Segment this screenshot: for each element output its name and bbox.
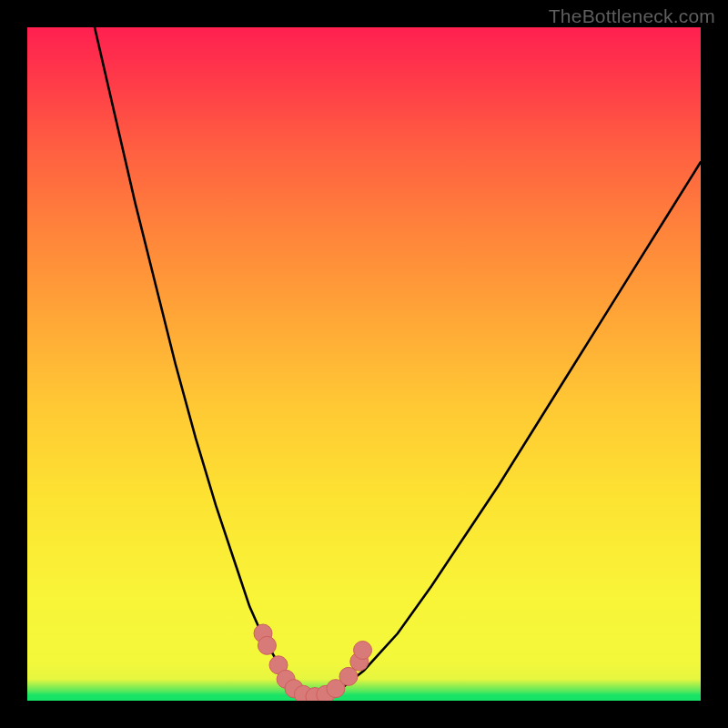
outer-frame: TheBottleneck.com [0, 0, 728, 728]
data-marker [354, 642, 372, 660]
chart-svg [27, 27, 701, 701]
data-marker [258, 636, 276, 654]
data-markers [254, 624, 372, 701]
plot-area [27, 27, 701, 701]
bottleneck-curve [95, 27, 701, 697]
watermark-text: TheBottleneck.com [549, 5, 715, 27]
